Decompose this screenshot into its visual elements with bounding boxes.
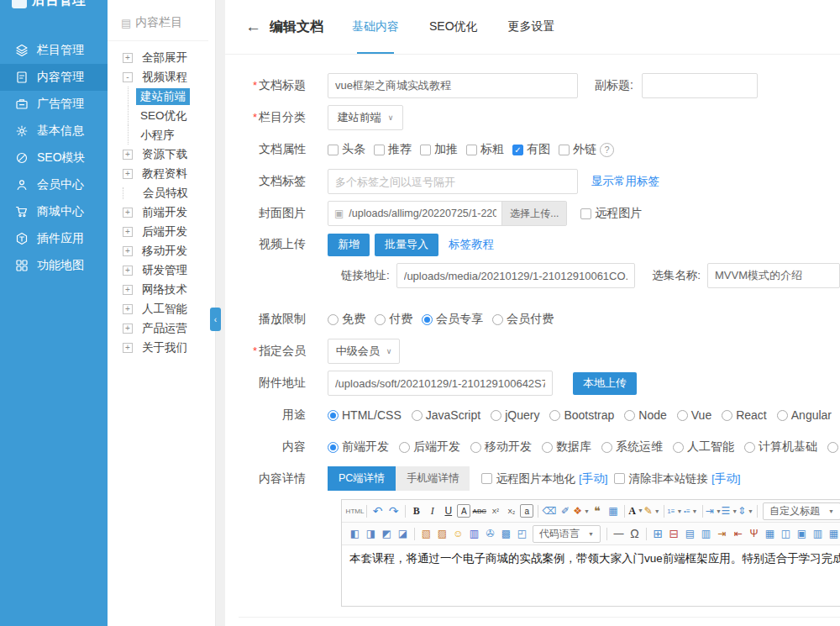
- member-level-select[interactable]: 中级会员 ∨: [328, 339, 400, 364]
- align-icon[interactable]: ☰▼: [722, 503, 737, 519]
- tree-item[interactable]: +研发管理: [108, 260, 215, 280]
- sidebar-item-columns[interactable]: 栏目管理: [0, 37, 108, 64]
- detail-tab-手机端详情[interactable]: 手机端详情: [396, 466, 470, 491]
- doc-attr-checkbox[interactable]: 外链: [559, 142, 596, 157]
- delete-col-icon[interactable]: Ψ: [747, 526, 761, 542]
- collapse-panel-button[interactable]: ‹: [210, 308, 221, 331]
- tree-item[interactable]: 会员特权: [108, 183, 215, 203]
- content-cat-radio[interactable]: 移动开发: [470, 439, 532, 455]
- source-html-icon[interactable]: HTML: [348, 503, 362, 519]
- tree-item[interactable]: +后端开发: [108, 222, 215, 241]
- detail-option-checkbox[interactable]: 清除非本站链接 [手动]: [614, 471, 740, 487]
- tree-item[interactable]: SEO优化: [108, 106, 215, 125]
- expand-icon[interactable]: +: [123, 227, 133, 237]
- tree-item[interactable]: +关于我们: [108, 338, 215, 357]
- expand-icon[interactable]: +: [123, 304, 133, 314]
- split-cells-icon[interactable]: ◫: [779, 526, 793, 542]
- blockquote-icon[interactable]: ❝: [590, 503, 604, 519]
- back-arrow-icon[interactable]: ←: [245, 18, 261, 36]
- tree-item[interactable]: +产品运营: [108, 318, 215, 338]
- remote-image-checkbox[interactable]: 远程图片: [580, 206, 642, 221]
- eraser-icon[interactable]: ⌫: [542, 503, 556, 519]
- img-float-left-icon[interactable]: ◧: [348, 526, 362, 542]
- emoji-icon[interactable]: ☺: [451, 526, 465, 542]
- custom-title-dropdown[interactable]: 自定义标题▼: [763, 502, 840, 520]
- video-url-input[interactable]: [396, 263, 635, 288]
- table-avg-row-icon[interactable]: ▦: [827, 526, 840, 542]
- delete-row-icon[interactable]: ⇥: [715, 526, 729, 542]
- episode-name-input[interactable]: [707, 263, 840, 288]
- tag-tutorial-link[interactable]: 标签教程: [449, 237, 494, 252]
- manual-link[interactable]: [手动]: [579, 471, 608, 487]
- sidebar-item-seo[interactable]: SEO模块: [0, 145, 108, 171]
- tree-item[interactable]: +移动开发: [108, 241, 215, 260]
- bold-icon[interactable]: B: [409, 503, 423, 519]
- tree-item[interactable]: 建站前端: [108, 87, 215, 106]
- delete-table-icon[interactable]: ⊟: [667, 526, 681, 542]
- subtitle-input[interactable]: [642, 73, 758, 98]
- expand-icon[interactable]: +: [123, 246, 133, 256]
- merge-down-icon[interactable]: ▥: [811, 526, 825, 542]
- tree-item[interactable]: +资源下载: [108, 145, 215, 164]
- usage-radio[interactable]: Angular: [777, 408, 832, 422]
- tab-更多设置[interactable]: 更多设置: [508, 0, 555, 54]
- play-limit-radio[interactable]: 会员付费: [492, 312, 554, 327]
- sidebar-item-member[interactable]: 会员中心: [0, 171, 108, 198]
- underline-icon[interactable]: U: [441, 503, 455, 519]
- clear-format-icon[interactable]: ✐: [558, 503, 572, 519]
- play-limit-radio[interactable]: 付费: [375, 312, 412, 327]
- tree-item[interactable]: +人工智能: [108, 299, 215, 318]
- sidebar-item-content[interactable]: 内容管理: [0, 64, 108, 91]
- attachment-input[interactable]: [328, 371, 553, 396]
- ordered-list-icon[interactable]: 1≡▼: [668, 503, 682, 519]
- tab-基础内容[interactable]: 基础内容: [352, 0, 399, 54]
- content-cat-radio[interactable]: 计算机基础: [744, 439, 817, 455]
- usage-radio[interactable]: Bootstrap: [549, 408, 614, 422]
- indent-icon[interactable]: ⇥▼: [706, 503, 721, 519]
- insert-image-icon[interactable]: ▧: [419, 526, 433, 542]
- font-border-icon[interactable]: A: [457, 504, 470, 518]
- doc-tags-input[interactable]: [328, 169, 578, 194]
- format-paint-icon[interactable]: ❖▼: [574, 503, 588, 519]
- table-title-icon[interactable]: ▤: [683, 526, 697, 542]
- video-batch-import-button[interactable]: 批量导入: [375, 234, 438, 256]
- tree-item[interactable]: +全部展开: [108, 48, 215, 67]
- doc-attr-checkbox[interactable]: 推荐: [374, 142, 412, 157]
- doc-attr-checkbox[interactable]: 加推: [420, 142, 458, 157]
- doc-attr-checkbox[interactable]: ✓有图: [512, 142, 550, 157]
- content-cat-radio[interactable]: 数据库: [542, 439, 591, 455]
- tab-SEO优化[interactable]: SEO优化: [429, 0, 478, 54]
- editor-content[interactable]: 本套课程，将通过一个电子商城的实战案例，带领大家入门vue前端框架应用。特别适合…: [342, 545, 840, 606]
- insert-table-icon[interactable]: ⊞: [651, 526, 665, 542]
- expand-icon[interactable]: +: [123, 266, 133, 276]
- expand-icon[interactable]: +: [123, 285, 133, 295]
- hr-icon[interactable]: —: [612, 526, 626, 542]
- attachment-icon[interactable]: ✇: [483, 526, 497, 542]
- map-icon[interactable]: ▩: [499, 526, 513, 542]
- help-icon[interactable]: ?: [600, 143, 614, 157]
- play-limit-radio[interactable]: 会员专享: [422, 312, 483, 327]
- local-upload-button[interactable]: 本地上传: [573, 372, 637, 395]
- tree-item[interactable]: 小程序: [108, 125, 215, 145]
- highlight-icon[interactable]: ✎▼: [645, 503, 659, 519]
- cover-image-input[interactable]: [344, 202, 501, 225]
- font-color-icon[interactable]: A▼: [629, 503, 643, 519]
- expand-icon[interactable]: +: [123, 208, 133, 218]
- sidebar-item-sitemap[interactable]: 功能地图: [0, 252, 108, 279]
- choose-upload-button[interactable]: 选择上传...: [501, 202, 566, 225]
- manual-link[interactable]: [手动]: [711, 471, 741, 487]
- superscript-icon[interactable]: X²: [488, 503, 502, 519]
- tree-item[interactable]: +网络技术: [108, 280, 215, 299]
- img-center-icon[interactable]: ◪: [396, 526, 410, 542]
- category-select[interactable]: 建站前端 ∨: [328, 105, 403, 130]
- date-icon[interactable]: ▦: [606, 503, 620, 519]
- expand-icon[interactable]: +: [123, 53, 133, 63]
- insert-video-icon[interactable]: ▥: [467, 526, 481, 542]
- template-icon[interactable]: ◰: [515, 526, 529, 542]
- usage-radio[interactable]: Node: [624, 408, 666, 422]
- play-limit-radio[interactable]: 免费: [328, 312, 365, 327]
- undo-icon[interactable]: ↶: [370, 503, 385, 519]
- video-add-button[interactable]: 新增: [328, 234, 370, 256]
- doc-attr-checkbox[interactable]: 标粗: [466, 142, 504, 157]
- tree-item[interactable]: -视频课程: [108, 67, 215, 87]
